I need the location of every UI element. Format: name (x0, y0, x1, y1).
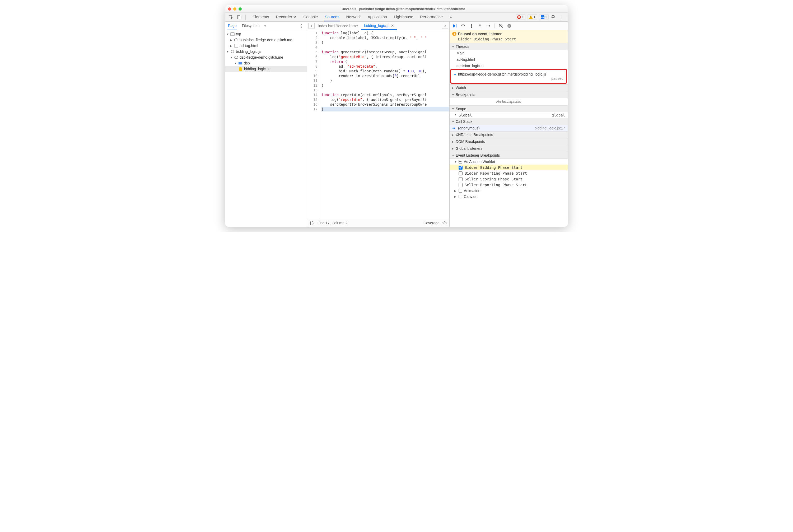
checkbox-indeterminate-icon[interactable] (458, 160, 462, 164)
minimize-window-icon[interactable] (233, 7, 237, 11)
svg-rect-12 (509, 25, 509, 27)
navigator-menu-icon[interactable]: ⋮ (298, 23, 305, 29)
thread-decision[interactable]: decision_logic.js (450, 63, 568, 69)
cursor-position: Line 17, Column 2 (318, 221, 347, 225)
nav-forward-icon[interactable] (442, 23, 448, 29)
scope-global[interactable]: Globalglobal (450, 112, 568, 118)
tree-dsp-folder[interactable]: dsp (225, 60, 307, 66)
flask-icon: ⚗ (293, 15, 296, 19)
checkbox-ev2[interactable] (458, 171, 462, 175)
elb-ev3[interactable]: Seller Scoring Phase Start (450, 176, 568, 182)
main-toolbar: Elements Recorder ⚗ Console Sources Netw… (225, 13, 568, 22)
pause-exceptions-icon[interactable] (506, 23, 513, 29)
tab-lighthouse[interactable]: Lighthouse (393, 13, 414, 21)
warning-badge[interactable]: !1 (528, 14, 537, 20)
navigator-panel: Page Filesystem » ⋮ top publisher-fledge… (225, 22, 307, 227)
tab-recorder[interactable]: Recorder ⚗ (275, 13, 298, 21)
elb-cat-canvas[interactable]: Canvas (450, 194, 568, 200)
deactivate-breakpoints-icon[interactable] (497, 23, 504, 29)
tab-console[interactable]: Console (302, 13, 319, 21)
tree-site1[interactable]: publisher-fledge-demo.glitch.me (225, 37, 307, 43)
tab-sources[interactable]: Sources (324, 13, 340, 21)
editor-tab-index[interactable]: index.html?fencedframe (316, 22, 360, 30)
checkbox-ev1[interactable] (458, 166, 462, 170)
subtab-filesystem[interactable]: Filesystem (242, 22, 260, 30)
tree-bidding-file[interactable]: bidding_logic.js (225, 66, 307, 72)
editor-tab-bidding[interactable]: bidding_logic.js✕ (361, 22, 397, 30)
thread-adtag[interactable]: ad-tag.html (450, 56, 568, 63)
section-breakpoints[interactable]: Breakpoints (450, 91, 568, 98)
nav-back-icon[interactable] (308, 23, 315, 29)
zoom-window-icon[interactable] (239, 7, 242, 11)
file-tree: top publisher-fledge-demo.glitch.me ad-t… (225, 30, 307, 73)
svg-point-11 (507, 24, 511, 28)
elb-ev2[interactable]: Bidder Reporting Phase Start (450, 170, 568, 176)
checkbox-icon[interactable] (458, 195, 462, 198)
section-global-listeners[interactable]: Global Listeners (450, 145, 568, 152)
svg-point-10 (486, 25, 487, 26)
code-editor[interactable]: 1234567891011121314151617 function log(l… (307, 30, 449, 219)
tree-dsp-site[interactable]: dsp-fledge-demo.glitch.me (225, 54, 307, 60)
subtab-page[interactable]: Page (227, 22, 237, 30)
error-icon: ✕ (517, 15, 521, 19)
step-out-icon[interactable] (476, 23, 484, 29)
section-watch[interactable]: Watch (450, 84, 568, 91)
more-tabs-icon[interactable]: » (449, 13, 453, 21)
inspect-icon[interactable] (227, 14, 235, 21)
device-toggle-icon[interactable] (235, 14, 243, 21)
tab-performance[interactable]: Performance (419, 13, 444, 21)
svg-point-9 (479, 24, 480, 24)
editor-tabstrip: index.html?fencedframe bidding_logic.js✕ (307, 22, 449, 30)
svg-point-7 (462, 26, 463, 27)
section-dom[interactable]: DOM Breakpoints (450, 138, 568, 145)
section-xhr[interactable]: XHR/fetch Breakpoints (450, 131, 568, 138)
debugger-scroll[interactable]: Threads Main ad-tag.html decision_logic.… (450, 43, 568, 227)
kebab-menu-icon[interactable]: ⋮ (558, 14, 565, 20)
thread-url: https://dsp-fledge-demo.glitch.me/dsp/bi… (458, 72, 563, 76)
editor-statusbar: { } Line 17, Column 2 Coverage: n/a (307, 219, 449, 227)
section-scope[interactable]: Scope (450, 106, 568, 112)
tree-top[interactable]: top (225, 31, 307, 37)
close-tab-icon[interactable]: ✕ (391, 23, 394, 28)
cloud-icon (234, 55, 238, 59)
active-thread-highlight: ➔ https://dsp-fledge-demo.glitch.me/dsp/… (450, 69, 567, 84)
tab-application[interactable]: Application (367, 13, 388, 21)
traffic-lights (228, 7, 242, 11)
resume-icon[interactable] (451, 23, 458, 29)
checkbox-ev4[interactable] (458, 183, 462, 187)
settings-icon[interactable] (551, 14, 555, 20)
issues-icon: ▭ (541, 15, 544, 19)
thread-main[interactable]: Main (450, 50, 568, 56)
thread-active[interactable]: ➔ https://dsp-fledge-demo.glitch.me/dsp/… (452, 71, 565, 82)
pretty-print-icon[interactable]: { } (310, 221, 314, 225)
svg-rect-4 (234, 44, 238, 47)
elb-cat-animation[interactable]: Animation (450, 188, 568, 194)
issues-badge[interactable]: ▭1 (539, 14, 549, 20)
tree-adtag[interactable]: ad-tag.html (225, 43, 307, 49)
gear-icon (230, 50, 234, 54)
code-area[interactable]: function log(label, o) { console.log(lab… (320, 30, 449, 219)
close-window-icon[interactable] (228, 7, 231, 11)
tab-elements[interactable]: Elements (251, 13, 270, 21)
step-into-icon[interactable] (468, 23, 475, 29)
error-badge[interactable]: ✕1 (516, 14, 525, 20)
step-icon[interactable] (485, 23, 492, 29)
main-body: Page Filesystem » ⋮ top publisher-fledge… (225, 22, 568, 227)
section-callstack[interactable]: Call Stack (450, 118, 568, 125)
tree-bidding-exec[interactable]: bidding_logic.js (225, 49, 307, 54)
gutter: 1234567891011121314151617 (307, 30, 320, 219)
checkbox-ev3[interactable] (458, 177, 462, 181)
section-threads[interactable]: Threads (450, 43, 568, 50)
elb-ev4[interactable]: Seller Reporting Phase Start (450, 182, 568, 188)
tab-network[interactable]: Network (345, 13, 362, 21)
callstack-frame[interactable]: ➔(anonymous)bidding_logic.js:17 (450, 125, 568, 131)
section-event-listeners[interactable]: Event Listener Breakpoints (450, 152, 568, 159)
checkbox-icon[interactable] (458, 189, 462, 193)
current-frame-arrow-icon: ➔ (452, 126, 455, 130)
elb-ev1[interactable]: Bidder Bidding Phase Start (450, 165, 568, 170)
debugger-toolbar (450, 22, 568, 30)
more-subtabs-icon[interactable]: » (264, 23, 266, 28)
toolbar-right: ✕1 !1 ▭1 ⋮ (516, 14, 566, 20)
step-over-icon[interactable] (460, 23, 467, 29)
elb-cat-ad-auction[interactable]: Ad Auction Worklet (450, 159, 568, 165)
